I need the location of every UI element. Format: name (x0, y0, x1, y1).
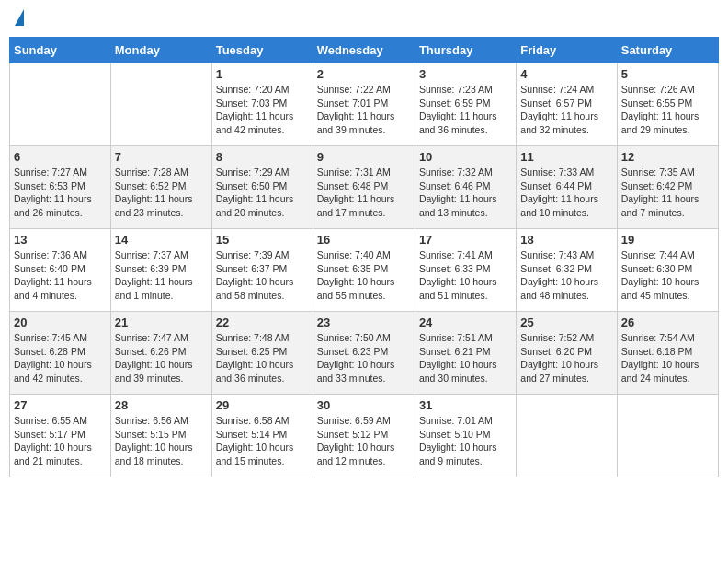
calendar-cell: 27Sunrise: 6:55 AMSunset: 5:17 PMDayligh… (10, 395, 111, 477)
day-info: Sunrise: 7:24 AMSunset: 6:57 PMDaylight:… (520, 83, 612, 137)
day-info: Sunrise: 7:32 AMSunset: 6:46 PMDaylight:… (419, 166, 512, 220)
day-info: Sunrise: 7:44 AMSunset: 6:30 PMDaylight:… (621, 248, 714, 303)
calendar-cell: 11Sunrise: 7:33 AMSunset: 6:44 PMDayligh… (517, 146, 617, 229)
day-info: Sunrise: 7:27 AMSunset: 6:53 PMDaylight:… (14, 166, 107, 220)
day-info: Sunrise: 7:35 AMSunset: 6:42 PMDaylight:… (621, 166, 714, 220)
page-header (9, 9, 719, 29)
day-number: 26 (621, 316, 714, 329)
day-info: Sunrise: 7:28 AMSunset: 6:52 PMDaylight:… (115, 166, 208, 220)
day-info: Sunrise: 6:59 AMSunset: 5:12 PMDaylight:… (317, 414, 411, 468)
day-info: Sunrise: 7:37 AMSunset: 6:39 PMDaylight:… (115, 248, 208, 303)
day-info: Sunrise: 6:56 AMSunset: 5:15 PMDaylight:… (115, 414, 208, 468)
day-info: Sunrise: 7:41 AMSunset: 6:33 PMDaylight:… (419, 248, 512, 303)
calendar-header-row: SundayMondayTuesdayWednesdayThursdayFrid… (10, 38, 719, 63)
day-info: Sunrise: 7:01 AMSunset: 5:10 PMDaylight:… (419, 414, 512, 468)
day-info: Sunrise: 7:33 AMSunset: 6:44 PMDaylight:… (520, 166, 612, 220)
calendar-cell: 1Sunrise: 7:20 AMSunset: 7:03 PMDaylight… (211, 63, 313, 146)
calendar-cell: 17Sunrise: 7:41 AMSunset: 6:33 PMDayligh… (415, 229, 516, 312)
day-info: Sunrise: 6:58 AMSunset: 5:14 PMDaylight:… (216, 414, 309, 468)
calendar-cell: 12Sunrise: 7:35 AMSunset: 6:42 PMDayligh… (617, 146, 718, 229)
calendar-cell: 29Sunrise: 6:58 AMSunset: 5:14 PMDayligh… (211, 395, 313, 477)
day-info: Sunrise: 7:39 AMSunset: 6:37 PMDaylight:… (216, 248, 309, 303)
day-number: 23 (317, 316, 411, 329)
calendar-cell: 9Sunrise: 7:31 AMSunset: 6:48 PMDaylight… (313, 146, 415, 229)
calendar-cell: 10Sunrise: 7:32 AMSunset: 6:46 PMDayligh… (415, 146, 516, 229)
calendar-cell: 6Sunrise: 7:27 AMSunset: 6:53 PMDaylight… (10, 146, 111, 229)
day-info: Sunrise: 7:50 AMSunset: 6:23 PMDaylight:… (317, 331, 411, 385)
calendar-cell: 2Sunrise: 7:22 AMSunset: 7:01 PMDaylight… (313, 63, 415, 146)
day-number: 27 (14, 398, 107, 412)
day-number: 12 (621, 150, 714, 164)
calendar-cell: 7Sunrise: 7:28 AMSunset: 6:52 PMDaylight… (110, 146, 211, 229)
calendar-cell (617, 395, 718, 477)
calendar-cell (517, 395, 617, 477)
calendar-cell: 18Sunrise: 7:43 AMSunset: 6:32 PMDayligh… (517, 229, 617, 312)
day-info: Sunrise: 7:54 AMSunset: 6:18 PMDaylight:… (621, 331, 714, 385)
weekday-header-tuesday: Tuesday (211, 38, 313, 63)
day-number: 7 (115, 150, 208, 164)
day-number: 1 (216, 67, 309, 81)
calendar-table: SundayMondayTuesdayWednesdayThursdayFrid… (9, 37, 719, 477)
calendar-cell: 23Sunrise: 7:50 AMSunset: 6:23 PMDayligh… (313, 312, 415, 395)
day-number: 19 (621, 233, 714, 247)
day-number: 8 (216, 150, 309, 164)
day-number: 5 (621, 67, 714, 81)
day-number: 6 (14, 150, 107, 164)
weekday-header-thursday: Thursday (415, 38, 516, 63)
calendar-cell: 15Sunrise: 7:39 AMSunset: 6:37 PMDayligh… (211, 229, 313, 312)
day-number: 24 (419, 316, 512, 329)
day-number: 14 (115, 233, 208, 247)
logo (13, 9, 24, 29)
calendar-cell: 3Sunrise: 7:23 AMSunset: 6:59 PMDaylight… (415, 63, 516, 146)
day-number: 22 (216, 316, 309, 329)
day-number: 25 (520, 316, 612, 329)
day-info: Sunrise: 7:47 AMSunset: 6:26 PMDaylight:… (115, 331, 208, 385)
logo-triangle-icon (15, 9, 24, 26)
calendar-cell: 8Sunrise: 7:29 AMSunset: 6:50 PMDaylight… (211, 146, 313, 229)
day-info: Sunrise: 7:22 AMSunset: 7:01 PMDaylight:… (317, 83, 411, 137)
weekday-header-friday: Friday (517, 38, 617, 63)
day-info: Sunrise: 7:20 AMSunset: 7:03 PMDaylight:… (216, 83, 309, 137)
calendar-cell: 21Sunrise: 7:47 AMSunset: 6:26 PMDayligh… (110, 312, 211, 395)
weekday-header-wednesday: Wednesday (313, 38, 415, 63)
calendar-cell: 22Sunrise: 7:48 AMSunset: 6:25 PMDayligh… (211, 312, 313, 395)
day-number: 4 (520, 67, 612, 81)
calendar-cell: 4Sunrise: 7:24 AMSunset: 6:57 PMDaylight… (517, 63, 617, 146)
calendar-cell: 19Sunrise: 7:44 AMSunset: 6:30 PMDayligh… (617, 229, 718, 312)
day-number: 17 (419, 233, 512, 247)
day-number: 3 (419, 67, 512, 81)
calendar-cell (10, 63, 111, 146)
day-number: 13 (14, 233, 107, 247)
day-info: Sunrise: 7:51 AMSunset: 6:21 PMDaylight:… (419, 331, 512, 385)
weekday-header-monday: Monday (110, 38, 211, 63)
weekday-header-saturday: Saturday (617, 38, 718, 63)
day-number: 2 (317, 67, 411, 81)
calendar-week-1: 1Sunrise: 7:20 AMSunset: 7:03 PMDaylight… (10, 63, 719, 146)
day-number: 30 (317, 398, 411, 412)
day-info: Sunrise: 7:23 AMSunset: 6:59 PMDaylight:… (419, 83, 512, 137)
day-info: Sunrise: 7:36 AMSunset: 6:40 PMDaylight:… (14, 248, 107, 303)
day-info: Sunrise: 6:55 AMSunset: 5:17 PMDaylight:… (14, 414, 107, 468)
day-number: 21 (115, 316, 208, 329)
calendar-cell: 30Sunrise: 6:59 AMSunset: 5:12 PMDayligh… (313, 395, 415, 477)
day-number: 31 (419, 398, 512, 412)
calendar-cell (110, 63, 211, 146)
calendar-cell: 28Sunrise: 6:56 AMSunset: 5:15 PMDayligh… (110, 395, 211, 477)
day-info: Sunrise: 7:45 AMSunset: 6:28 PMDaylight:… (14, 331, 107, 385)
calendar-cell: 16Sunrise: 7:40 AMSunset: 6:35 PMDayligh… (313, 229, 415, 312)
calendar-week-5: 27Sunrise: 6:55 AMSunset: 5:17 PMDayligh… (10, 395, 719, 477)
calendar-week-2: 6Sunrise: 7:27 AMSunset: 6:53 PMDaylight… (10, 146, 719, 229)
calendar-cell: 13Sunrise: 7:36 AMSunset: 6:40 PMDayligh… (10, 229, 111, 312)
calendar-cell: 26Sunrise: 7:54 AMSunset: 6:18 PMDayligh… (617, 312, 718, 395)
day-info: Sunrise: 7:31 AMSunset: 6:48 PMDaylight:… (317, 166, 411, 220)
day-number: 20 (14, 316, 107, 329)
weekday-header-sunday: Sunday (10, 38, 111, 63)
day-number: 15 (216, 233, 309, 247)
calendar-cell: 31Sunrise: 7:01 AMSunset: 5:10 PMDayligh… (415, 395, 516, 477)
calendar-cell: 25Sunrise: 7:52 AMSunset: 6:20 PMDayligh… (517, 312, 617, 395)
day-number: 10 (419, 150, 512, 164)
day-number: 28 (115, 398, 208, 412)
calendar-cell: 24Sunrise: 7:51 AMSunset: 6:21 PMDayligh… (415, 312, 516, 395)
day-info: Sunrise: 7:43 AMSunset: 6:32 PMDaylight:… (520, 248, 612, 303)
day-info: Sunrise: 7:26 AMSunset: 6:55 PMDaylight:… (621, 83, 714, 137)
